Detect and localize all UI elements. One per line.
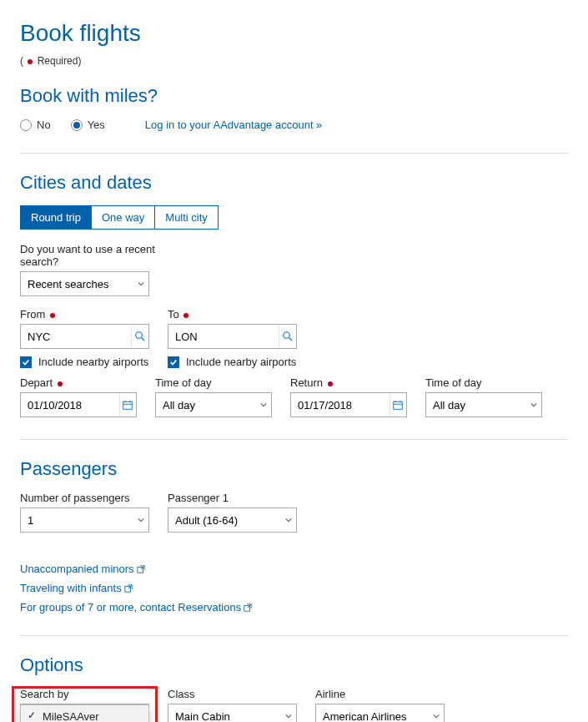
- svg-rect-8: [394, 401, 403, 409]
- search-icon[interactable]: [131, 325, 148, 348]
- chevron-down-icon: [282, 508, 296, 532]
- tab-multi-city[interactable]: Multi city: [155, 206, 218, 229]
- page-title: Book flights: [20, 20, 568, 47]
- tab-one-way[interactable]: One way: [92, 206, 155, 229]
- class-select[interactable]: [168, 704, 297, 722]
- minors-link[interactable]: Unaccompanied minors: [20, 563, 145, 575]
- miles-heading: Book with miles?: [20, 85, 568, 107]
- search-by-dropdown: MileSAAver AAnytime: [20, 704, 149, 722]
- return-input[interactable]: [290, 392, 407, 417]
- search-by-label: Search by: [20, 688, 149, 700]
- options-heading: Options: [20, 654, 568, 676]
- radio-icon: [71, 119, 83, 131]
- chevron-down-icon: [282, 704, 296, 722]
- recent-search-select[interactable]: [20, 271, 149, 296]
- tab-round-trip[interactable]: Round trip: [21, 206, 92, 229]
- from-nearby-label: Include nearby airports: [38, 356, 148, 368]
- search-icon[interactable]: [279, 325, 296, 348]
- passengers-heading: Passengers: [20, 458, 568, 480]
- chevron-down-icon: [430, 704, 444, 722]
- depart-tod-label: Time of day: [155, 376, 272, 389]
- divider: [20, 439, 568, 440]
- from-label: From: [20, 308, 149, 321]
- calendar-icon[interactable]: [389, 393, 406, 417]
- depart-input[interactable]: [20, 392, 137, 417]
- svg-point-0: [136, 332, 143, 339]
- pax1-value: [168, 508, 282, 532]
- required-dot-icon: [58, 381, 63, 386]
- depart-field[interactable]: [21, 393, 119, 417]
- required-dot-icon: [328, 381, 333, 386]
- checkbox-checked-icon: [20, 356, 32, 368]
- to-nearby-checkbox[interactable]: Include nearby airports: [168, 356, 297, 368]
- recent-search-value: [21, 272, 134, 295]
- pax1-select[interactable]: [168, 507, 297, 533]
- return-tod-select[interactable]: [425, 392, 542, 417]
- required-legend: ( Required): [20, 55, 568, 67]
- from-input[interactable]: [20, 324, 149, 349]
- radio-icon: [20, 119, 32, 131]
- miles-yes-label: Yes: [88, 119, 105, 131]
- pax-count-value: [21, 508, 134, 532]
- pax-count-label: Number of passengers: [20, 492, 149, 504]
- from-field[interactable]: [21, 325, 131, 348]
- trip-type-tabs: Round trip One way Multi city: [20, 205, 219, 230]
- to-input[interactable]: [168, 324, 297, 349]
- chevron-down-icon: [527, 393, 541, 417]
- recent-search-label: Do you want to use a recent search?: [20, 243, 187, 268]
- chevron-down-icon: [134, 272, 148, 295]
- to-nearby-label: Include nearby airports: [186, 356, 296, 368]
- airline-label: Airline: [315, 688, 445, 700]
- infants-link[interactable]: Traveling with infants: [20, 582, 133, 594]
- cities-heading: Cities and dates: [20, 172, 568, 194]
- checkbox-checked-icon: [168, 356, 179, 368]
- to-field[interactable]: [168, 325, 279, 348]
- svg-line-3: [289, 338, 293, 341]
- svg-rect-4: [123, 401, 133, 409]
- miles-yes-radio[interactable]: Yes: [71, 119, 105, 131]
- required-dot-icon: [183, 313, 188, 318]
- miles-no-label: No: [37, 119, 51, 131]
- external-link-icon: [137, 565, 145, 573]
- groups-link[interactable]: For groups of 7 or more, contact Reserva…: [20, 601, 252, 613]
- from-nearby-checkbox[interactable]: Include nearby airports: [20, 356, 149, 368]
- chevron-down-icon: [134, 508, 148, 532]
- search-by-option-milesaaver[interactable]: MileSAAver: [21, 705, 148, 722]
- calendar-icon[interactable]: [119, 393, 136, 417]
- depart-tod-select[interactable]: [155, 392, 272, 417]
- divider: [20, 153, 568, 154]
- external-link-icon: [124, 584, 133, 593]
- airline-select[interactable]: [315, 704, 445, 722]
- chevron-down-icon: [257, 393, 271, 417]
- svg-point-2: [284, 332, 290, 339]
- external-link-icon: [244, 603, 252, 612]
- required-dot-icon: [28, 59, 33, 64]
- return-field[interactable]: [291, 393, 389, 417]
- to-label: To: [168, 308, 297, 321]
- svg-line-1: [142, 338, 145, 341]
- depart-tod-value: [156, 393, 257, 417]
- pax1-label: Passenger 1: [168, 492, 297, 504]
- class-value: [168, 704, 282, 722]
- aadvantage-login-link[interactable]: Log in to your AAdvantage account »: [145, 119, 323, 131]
- return-tod-label: Time of day: [425, 376, 542, 389]
- airline-value: [316, 704, 430, 722]
- miles-no-radio[interactable]: No: [20, 119, 51, 131]
- return-tod-value: [426, 393, 527, 417]
- depart-label: Depart: [20, 376, 137, 389]
- class-label: Class: [168, 688, 297, 700]
- pax-count-select[interactable]: [20, 507, 149, 533]
- required-dot-icon: [50, 313, 55, 318]
- return-label: Return: [290, 376, 407, 389]
- divider: [20, 635, 568, 636]
